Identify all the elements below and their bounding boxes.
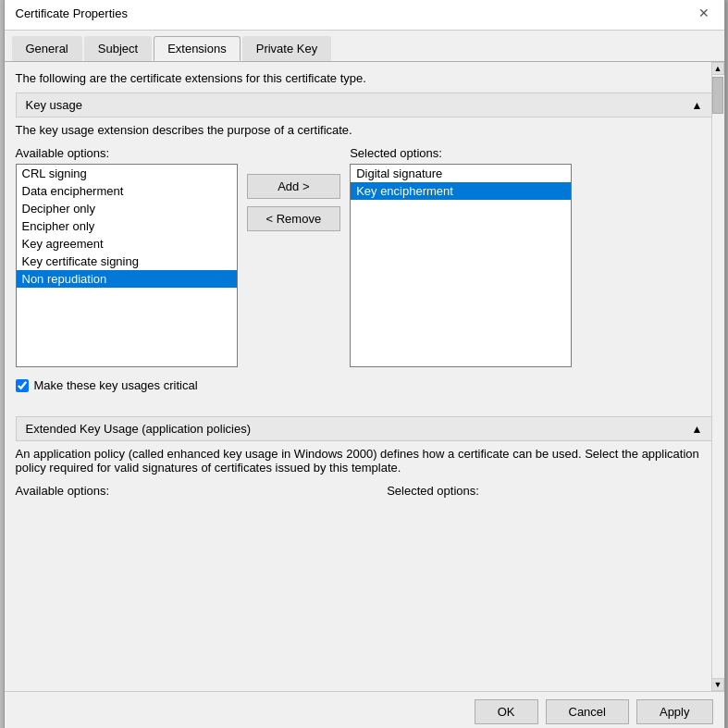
tab-private-key[interactable]: Private Key xyxy=(242,36,331,61)
title-bar: Certificate Properties ✕ xyxy=(5,0,724,31)
extended-key-usage-body: An application policy (called enhanced k… xyxy=(16,447,713,498)
selected-label: Selected options: xyxy=(350,146,572,160)
checkbox-row: Make these key usages critical xyxy=(16,378,713,392)
key-usage-chevron: ▲ xyxy=(692,99,703,112)
list-item[interactable]: Digital signature xyxy=(351,165,571,182)
selected-col: Selected options: Digital signature Key … xyxy=(350,146,572,367)
critical-checkbox[interactable] xyxy=(16,379,29,392)
extended-available-label: Available options: xyxy=(16,484,110,498)
intro-text: The following are the certificate extens… xyxy=(16,71,713,85)
certificate-properties-dialog: Certificate Properties ✕ General Subject… xyxy=(4,0,725,728)
scroll-down-arrow[interactable]: ▼ xyxy=(711,678,724,691)
key-usage-columns: Available options: CRL signing Data enci… xyxy=(16,146,713,367)
available-listbox[interactable]: CRL signing Data encipherment Decipher o… xyxy=(16,164,238,367)
key-usage-body: The key usage extension describes the pu… xyxy=(16,123,713,401)
extended-key-usage-header[interactable]: Extended Key Usage (application policies… xyxy=(16,416,713,441)
extended-selected-label: Selected options: xyxy=(387,484,479,498)
cancel-button[interactable]: Cancel xyxy=(546,699,629,724)
tab-bar: General Subject Extensions Private Key xyxy=(5,31,724,62)
add-remove-buttons: Add > < Remove xyxy=(247,146,341,231)
scroll-up-arrow[interactable]: ▲ xyxy=(711,62,724,75)
key-usage-header[interactable]: Key usage ▲ xyxy=(16,93,713,117)
list-item[interactable]: Key certificate signing xyxy=(17,253,237,270)
dialog-title: Certificate Properties xyxy=(16,6,128,20)
tab-extensions[interactable]: Extensions xyxy=(154,36,241,61)
list-item[interactable]: CRL signing xyxy=(17,165,237,182)
add-button[interactable]: Add > xyxy=(247,174,341,199)
extended-key-usage-chevron: ▲ xyxy=(692,423,703,436)
ok-button[interactable]: OK xyxy=(475,699,538,724)
list-item-selected[interactable]: Key encipherment xyxy=(351,182,571,200)
close-button[interactable]: ✕ xyxy=(695,4,713,22)
tab-general[interactable]: General xyxy=(12,36,82,61)
list-item-selected[interactable]: Non repudiation xyxy=(17,270,237,288)
scroll-thumb[interactable] xyxy=(712,77,723,114)
scrollbar[interactable]: ▲ ▼ xyxy=(711,62,724,691)
apply-button[interactable]: Apply xyxy=(636,699,713,724)
selected-listbox[interactable]: Digital signature Key encipherment xyxy=(350,164,572,367)
extended-key-usage-label: Extended Key Usage (application policies… xyxy=(26,422,252,436)
critical-checkbox-label[interactable]: Make these key usages critical xyxy=(34,378,198,392)
available-col: Available options: CRL signing Data enci… xyxy=(16,146,238,367)
extended-key-usage-description: An application policy (called enhanced k… xyxy=(16,447,713,475)
key-usage-label: Key usage xyxy=(26,98,82,112)
list-item[interactable]: Decipher only xyxy=(17,200,237,217)
list-item[interactable]: Data encipherment xyxy=(17,182,237,200)
tab-subject[interactable]: Subject xyxy=(84,36,152,61)
list-item[interactable]: Key agreement xyxy=(17,235,237,253)
key-usage-description: The key usage extension describes the pu… xyxy=(16,123,713,137)
bottom-bar: OK Cancel Apply xyxy=(5,691,724,728)
extended-key-usage-section: Extended Key Usage (application policies… xyxy=(16,416,713,498)
available-label: Available options: xyxy=(16,146,238,160)
content-area: The following are the certificate extens… xyxy=(5,62,724,691)
remove-button[interactable]: < Remove xyxy=(247,206,341,231)
list-item[interactable]: Encipher only xyxy=(17,217,237,235)
